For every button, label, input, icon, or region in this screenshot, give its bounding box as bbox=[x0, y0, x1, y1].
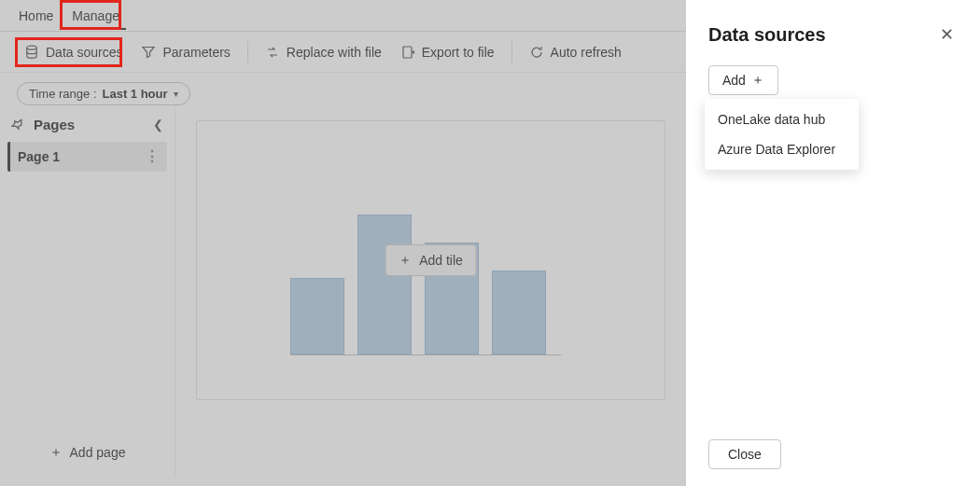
refresh-icon bbox=[529, 45, 544, 60]
pages-header: Pages ❮ bbox=[7, 115, 167, 142]
separator bbox=[511, 41, 512, 63]
svg-rect-1 bbox=[403, 47, 412, 58]
time-range-label: Time range : bbox=[29, 87, 97, 101]
menu-item-azure-data-explorer[interactable]: Azure Data Explorer bbox=[705, 134, 859, 164]
export-label: Export to file bbox=[422, 45, 495, 60]
replace-button[interactable]: Replace with file bbox=[258, 40, 389, 64]
parameters-label: Parameters bbox=[162, 45, 230, 60]
close-button[interactable]: Close bbox=[708, 439, 781, 469]
chart-bar bbox=[492, 271, 546, 354]
add-menu: OneLake data hub Azure Data Explorer bbox=[705, 99, 859, 170]
panel-footer: Close bbox=[708, 439, 781, 469]
canvas[interactable]: ＋ Add tile bbox=[196, 120, 665, 400]
plus-icon: ＋ bbox=[399, 252, 412, 269]
add-tile-button[interactable]: ＋ Add tile bbox=[385, 244, 477, 276]
highlight-tab-manage bbox=[60, 0, 121, 30]
data-sources-panel: Data sources ✕ Add ＋ OneLake data hub Az… bbox=[686, 0, 980, 486]
time-range-pill[interactable]: Time range : Last 1 hour ▾ bbox=[17, 82, 190, 105]
main-area: Home Manage Data sources Parameters bbox=[0, 0, 686, 486]
replace-label: Replace with file bbox=[287, 45, 382, 60]
auto-refresh-label: Auto refresh bbox=[551, 45, 622, 60]
separator bbox=[247, 41, 248, 63]
canvas-wrap: ＋ Add tile bbox=[175, 105, 686, 478]
pill-row: Time range : Last 1 hour ▾ bbox=[0, 73, 686, 105]
add-label: Add bbox=[722, 73, 746, 88]
chart-bar bbox=[357, 215, 412, 354]
page-item[interactable]: Page 1 ⋮ bbox=[7, 142, 167, 172]
panel-title: Data sources bbox=[708, 24, 826, 46]
add-data-source-button[interactable]: Add ＋ bbox=[708, 65, 778, 95]
chart-axis bbox=[290, 354, 561, 355]
add-tile-label: Add tile bbox=[419, 253, 463, 268]
auto-refresh-button[interactable]: Auto refresh bbox=[522, 40, 629, 64]
pin-icon bbox=[11, 118, 26, 132]
panel-body: Add ＋ OneLake data hub Azure Data Explor… bbox=[686, 56, 980, 95]
close-icon[interactable]: ✕ bbox=[936, 21, 958, 49]
parameters-button[interactable]: Parameters bbox=[133, 40, 237, 64]
chart-placeholder bbox=[290, 205, 561, 354]
plus-icon: ＋ bbox=[49, 444, 63, 461]
menu-item-onelake[interactable]: OneLake data hub bbox=[705, 104, 859, 134]
pages-panel: Pages ❮ Page 1 ⋮ ＋ Add page bbox=[0, 105, 175, 478]
tab-home[interactable]: Home bbox=[9, 3, 63, 29]
page-item-label: Page 1 bbox=[18, 149, 60, 164]
plus-icon: ＋ bbox=[751, 72, 764, 89]
export-button[interactable]: Export to file bbox=[393, 40, 502, 64]
chart-bar bbox=[290, 278, 344, 355]
highlight-data-sources bbox=[15, 37, 122, 67]
body: Pages ❮ Page 1 ⋮ ＋ Add page ＋ Add tile bbox=[0, 105, 686, 478]
replace-icon bbox=[265, 45, 280, 60]
chevron-down-icon: ▾ bbox=[174, 89, 178, 99]
export-icon bbox=[400, 45, 415, 60]
add-page-button[interactable]: ＋ Add page bbox=[0, 437, 175, 468]
add-page-label: Add page bbox=[70, 445, 126, 460]
time-range-value: Last 1 hour bbox=[103, 87, 168, 101]
filter-icon bbox=[141, 45, 156, 60]
panel-header: Data sources ✕ bbox=[686, 0, 980, 56]
pages-title: Pages bbox=[34, 117, 75, 132]
collapse-pages-icon[interactable]: ❮ bbox=[153, 118, 163, 132]
